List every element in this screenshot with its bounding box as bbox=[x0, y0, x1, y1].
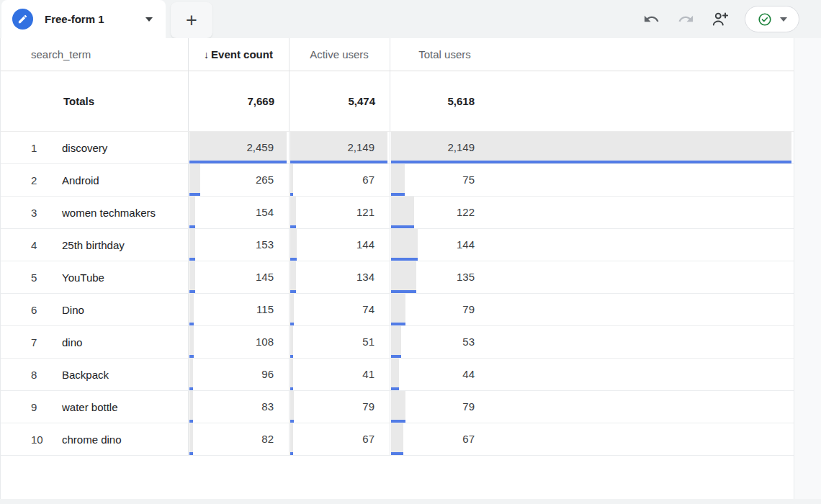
search-term-value[interactable]: dino bbox=[62, 336, 82, 348]
total-users-cell[interactable]: 53 bbox=[390, 326, 794, 358]
value-bar bbox=[189, 391, 193, 423]
table-row[interactable]: 4 25th birthday 153 144 144 bbox=[1, 229, 794, 261]
metric-value: 2,459 bbox=[246, 132, 274, 162]
dimension-cell: 7 dino bbox=[1, 326, 188, 358]
totals-label: Totals bbox=[63, 95, 94, 107]
dimension-cell: 1 discovery bbox=[1, 132, 188, 163]
row-rank: 2 bbox=[31, 174, 62, 186]
total-users-cell[interactable]: 75 bbox=[390, 164, 794, 196]
tab-free-form-1[interactable]: Free-form 1 bbox=[1, 0, 166, 38]
value-underline-bar bbox=[290, 420, 294, 423]
search-term-value[interactable]: Dino bbox=[62, 304, 84, 316]
metric-value: 74 bbox=[362, 294, 374, 324]
event-count-cell[interactable]: 115 bbox=[188, 294, 289, 325]
total-users-cell[interactable]: 144 bbox=[390, 229, 794, 261]
search-term-value[interactable]: chrome dino bbox=[62, 433, 122, 446]
totals-total-users: 5,618 bbox=[390, 71, 475, 131]
row-rank: 1 bbox=[31, 142, 62, 154]
active-users-cell[interactable]: 2,149 bbox=[289, 132, 390, 163]
event-count-cell[interactable]: 83 bbox=[188, 391, 289, 423]
undo-icon[interactable] bbox=[641, 9, 661, 30]
add-tab-button[interactable]: + bbox=[171, 2, 212, 38]
event-count-cell[interactable]: 96 bbox=[188, 359, 289, 390]
search-term-value[interactable]: women techmakers bbox=[62, 207, 156, 219]
value-bar bbox=[189, 423, 193, 455]
active-users-cell[interactable]: 67 bbox=[289, 423, 390, 455]
event-count-cell[interactable]: 2,459 bbox=[188, 132, 289, 163]
event-count-cell[interactable]: 145 bbox=[188, 261, 289, 293]
table-row[interactable]: 7 dino 108 51 53 bbox=[1, 326, 794, 359]
value-underline-bar bbox=[189, 355, 194, 358]
total-users-cell[interactable]: 44 bbox=[390, 359, 794, 390]
table-row[interactable]: 5 YouTube 145 134 135 bbox=[1, 261, 794, 294]
person-add-icon[interactable] bbox=[710, 9, 730, 30]
active-users-cell[interactable]: 67 bbox=[289, 164, 390, 196]
chevron-down-icon[interactable] bbox=[145, 17, 153, 22]
value-underline-bar bbox=[189, 193, 200, 196]
event-count-cell[interactable]: 108 bbox=[188, 326, 289, 358]
value-bar bbox=[290, 294, 294, 325]
value-underline-bar bbox=[189, 452, 193, 455]
active-users-cell[interactable]: 134 bbox=[289, 261, 390, 293]
value-bar bbox=[290, 391, 294, 423]
total-users-cell[interactable]: 122 bbox=[390, 197, 794, 228]
table-row[interactable]: 1 discovery 2,459 2,149 2,149 bbox=[1, 132, 794, 164]
event-count-cell[interactable]: 153 bbox=[188, 229, 289, 261]
total-users-cell[interactable]: 2,149 bbox=[390, 132, 794, 163]
total-users-cell[interactable]: 79 bbox=[390, 294, 794, 325]
value-bar bbox=[189, 261, 195, 293]
metric-value: 144 bbox=[356, 229, 374, 259]
metric-value: 2,149 bbox=[347, 132, 374, 162]
column-header-total-users[interactable]: Total users bbox=[390, 38, 500, 71]
bottom-strip bbox=[0, 499, 821, 504]
event-count-cell[interactable]: 154 bbox=[188, 197, 289, 228]
search-term-value[interactable]: discovery bbox=[62, 142, 107, 154]
dimension-cell: 10 chrome dino bbox=[1, 423, 188, 455]
total-users-cell[interactable]: 79 bbox=[390, 391, 794, 423]
search-term-value[interactable]: Android bbox=[62, 174, 99, 186]
redo-icon[interactable] bbox=[676, 9, 696, 30]
active-users-cell[interactable]: 144 bbox=[289, 229, 390, 261]
value-bar bbox=[189, 197, 195, 228]
table-row[interactable]: 10 chrome dino 82 67 67 bbox=[1, 423, 794, 456]
row-rank: 3 bbox=[31, 207, 62, 219]
value-underline-bar bbox=[290, 323, 294, 325]
table-row[interactable]: 2 Android 265 67 75 bbox=[1, 164, 794, 197]
value-underline-bar bbox=[189, 420, 193, 423]
active-users-cell[interactable]: 79 bbox=[289, 391, 390, 423]
row-rank: 9 bbox=[31, 401, 62, 413]
search-term-value[interactable]: water bottle bbox=[62, 401, 118, 413]
active-users-cell[interactable]: 74 bbox=[289, 294, 390, 325]
search-term-value[interactable]: 25th birthday bbox=[62, 239, 125, 251]
row-rank: 5 bbox=[31, 271, 62, 284]
check-circle-icon bbox=[757, 12, 773, 27]
metric-value: 265 bbox=[256, 164, 274, 194]
table-row[interactable]: 9 water bottle 83 79 79 bbox=[1, 391, 794, 423]
metric-value: 122 bbox=[391, 197, 475, 227]
column-header-active-users[interactable]: Active users bbox=[289, 38, 390, 71]
value-bar bbox=[189, 294, 194, 325]
row-rank: 8 bbox=[31, 369, 62, 381]
search-term-value[interactable]: YouTube bbox=[62, 271, 104, 284]
search-term-value[interactable]: Backpack bbox=[62, 369, 109, 381]
table-row[interactable]: 3 women techmakers 154 121 122 bbox=[1, 197, 794, 229]
freeform-table: search_term ↓ Event count Active users T… bbox=[0, 38, 794, 499]
active-users-cell[interactable]: 41 bbox=[289, 359, 390, 390]
row-rank: 7 bbox=[31, 336, 62, 348]
event-count-cell[interactable]: 265 bbox=[188, 164, 289, 196]
table-row[interactable]: 8 Backpack 96 41 44 bbox=[1, 359, 794, 391]
sort-descending-icon: ↓ bbox=[204, 49, 209, 60]
tab-title: Free-form 1 bbox=[45, 13, 104, 25]
value-underline-bar bbox=[290, 225, 296, 228]
status-button[interactable] bbox=[745, 6, 799, 32]
event-count-cell[interactable]: 82 bbox=[188, 423, 289, 455]
column-header-search-term[interactable]: search_term bbox=[1, 38, 188, 71]
total-users-cell[interactable]: 135 bbox=[390, 261, 794, 293]
column-header-event-count[interactable]: ↓ Event count bbox=[188, 38, 289, 71]
metric-value: 53 bbox=[391, 326, 475, 356]
active-users-cell[interactable]: 51 bbox=[289, 326, 390, 358]
metric-value: 153 bbox=[256, 229, 274, 259]
active-users-cell[interactable]: 121 bbox=[289, 197, 390, 228]
table-row[interactable]: 6 Dino 115 74 79 bbox=[1, 294, 794, 326]
total-users-cell[interactable]: 67 bbox=[390, 423, 794, 455]
